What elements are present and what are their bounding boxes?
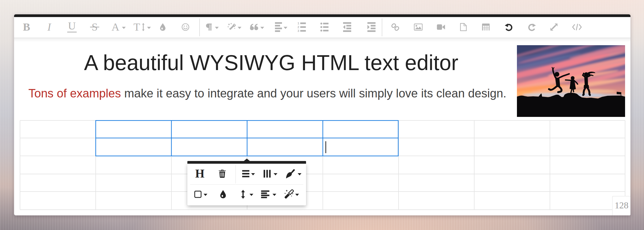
svg-text:2: 2: [298, 25, 299, 29]
svg-text:1: 1: [298, 22, 299, 25]
svg-text:3: 3: [298, 29, 299, 32]
